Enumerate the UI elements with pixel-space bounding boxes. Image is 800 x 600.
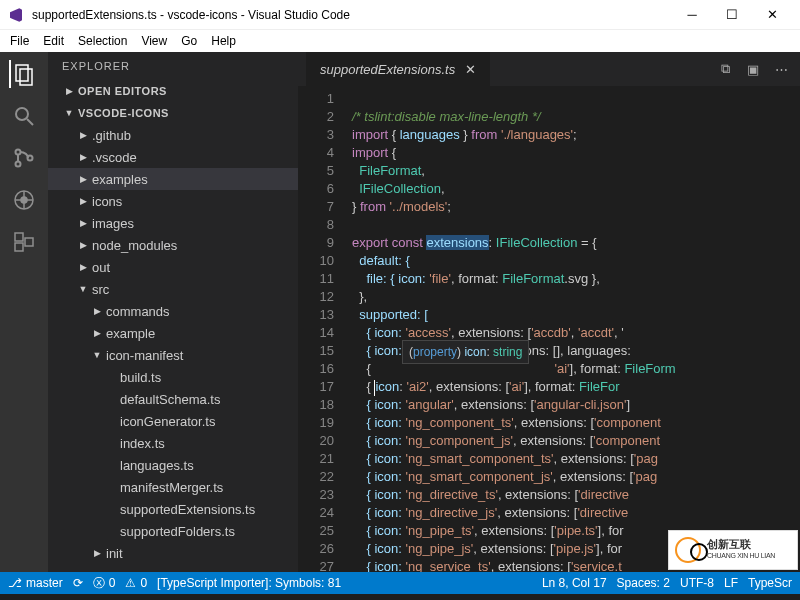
svg-point-10 <box>21 197 27 203</box>
ts-importer-status[interactable]: [TypeScript Importer]: Symbols: 81 <box>157 576 341 590</box>
hover-tooltip: (property) icon: string <box>402 340 529 364</box>
more-actions-icon[interactable]: ⋯ <box>770 58 792 80</box>
tree-item[interactable]: ▶OPEN EDITORS <box>48 80 298 102</box>
caret-icon: ▶ <box>78 174 88 184</box>
tree-item[interactable]: supportedExtensions.ts <box>48 498 298 520</box>
svg-point-4 <box>16 150 21 155</box>
tree-label: build.ts <box>120 370 161 385</box>
close-button[interactable]: ✕ <box>752 0 792 30</box>
tab-close-icon[interactable]: ✕ <box>465 62 476 77</box>
eol-status[interactable]: LF <box>724 576 738 590</box>
caret-icon: ▼ <box>64 108 74 118</box>
tree-label: src <box>92 282 109 297</box>
extensions-icon[interactable] <box>10 228 38 256</box>
caret-icon: ▶ <box>92 328 102 338</box>
tree-item[interactable]: ▶examples <box>48 168 298 190</box>
sync-icon[interactable]: ⟳ <box>73 576 83 590</box>
menu-help[interactable]: Help <box>211 34 236 48</box>
tree-label: defaultSchema.ts <box>120 392 220 407</box>
tree-item[interactable]: ▶images <box>48 212 298 234</box>
tree-item[interactable]: ▶commands <box>48 300 298 322</box>
caret-icon: ▼ <box>92 350 102 360</box>
split-editor-icon[interactable]: ⧉ <box>714 58 736 80</box>
tree-item[interactable]: languages.ts <box>48 454 298 476</box>
code-editor[interactable]: 1234567891011121314151617181920212223242… <box>298 86 800 572</box>
svg-line-3 <box>27 119 33 125</box>
menu-view[interactable]: View <box>141 34 167 48</box>
tree-item[interactable]: manifestMerger.ts <box>48 476 298 498</box>
minimize-button[interactable]: ─ <box>672 0 712 30</box>
watermark-logo: 创新互联 CHUANG XIN HU LIAN <box>668 530 798 570</box>
indent-status[interactable]: Spaces: 2 <box>617 576 670 590</box>
menu-edit[interactable]: Edit <box>43 34 64 48</box>
tree-item[interactable]: ▶node_modules <box>48 234 298 256</box>
svg-rect-1 <box>20 69 32 85</box>
tree-item[interactable]: ▼icon-manifest <box>48 344 298 366</box>
svg-rect-12 <box>15 243 23 251</box>
tree-label: iconGenerator.ts <box>120 414 215 429</box>
tree-item[interactable]: ▼VSCODE-ICONS <box>48 102 298 124</box>
vscode-logo-icon <box>8 7 24 23</box>
tree-label: icons <box>92 194 122 209</box>
tree-item[interactable]: ▶icons <box>48 190 298 212</box>
warnings-count[interactable]: ⚠ 0 <box>125 576 147 590</box>
menu-file[interactable]: File <box>10 34 29 48</box>
menu-go[interactable]: Go <box>181 34 197 48</box>
search-icon[interactable] <box>10 102 38 130</box>
language-mode[interactable]: TypeScr <box>748 576 792 590</box>
tree-item[interactable]: ▶.vscode <box>48 146 298 168</box>
explorer-icon[interactable] <box>9 60 37 88</box>
tree-item[interactable]: ▶init <box>48 542 298 564</box>
cursor-position[interactable]: Ln 8, Col 17 <box>542 576 607 590</box>
tree-label: example <box>106 326 155 341</box>
tree-item[interactable]: index.ts <box>48 432 298 454</box>
watermark-line1: 创新互联 <box>707 538 775 550</box>
caret-icon: ▶ <box>78 196 88 206</box>
tree-item[interactable]: defaultSchema.ts <box>48 388 298 410</box>
tree-label: images <box>92 216 134 231</box>
caret-icon: ▶ <box>78 218 88 228</box>
tree-label: icon-manifest <box>106 348 183 363</box>
svg-rect-0 <box>16 65 28 81</box>
main-area: EXPLORER ▶OPEN EDITORS▼VSCODE-ICONS▶.git… <box>0 52 800 572</box>
tree-label: init <box>106 546 123 561</box>
caret-icon: ▶ <box>78 240 88 250</box>
tree-item[interactable]: ▶example <box>48 322 298 344</box>
debug-icon[interactable] <box>10 186 38 214</box>
watermark-icon <box>675 537 701 563</box>
editor-tabs: supportedExtensions.ts ✕ ⧉ ▣ ⋯ <box>298 52 800 86</box>
tree-item[interactable]: build.ts <box>48 366 298 388</box>
maximize-button[interactable]: ☐ <box>712 0 752 30</box>
sidebar-explorer: EXPLORER ▶OPEN EDITORS▼VSCODE-ICONS▶.git… <box>48 52 298 572</box>
svg-rect-11 <box>15 233 23 241</box>
tree-item[interactable]: ▶out <box>48 256 298 278</box>
tree-label: out <box>92 260 110 275</box>
git-branch[interactable]: ⎇ master <box>8 576 63 590</box>
tree-label: VSCODE-ICONS <box>78 107 169 119</box>
code-content[interactable]: /* tslint:disable max-line-length */ imp… <box>346 86 800 572</box>
caret-icon: ▶ <box>78 262 88 272</box>
tree-label: index.ts <box>120 436 165 451</box>
tree-item[interactable]: supportedFolders.ts <box>48 520 298 542</box>
tree-item[interactable]: ▼src <box>48 278 298 300</box>
svg-rect-13 <box>25 238 33 246</box>
errors-count[interactable]: ⓧ 0 <box>93 575 116 592</box>
tree-item[interactable]: ▶.github <box>48 124 298 146</box>
tree-label: .github <box>92 128 131 143</box>
status-bar: ⎇ master ⟳ ⓧ 0 ⚠ 0 [TypeScript Importer]… <box>0 572 800 594</box>
svg-point-2 <box>16 108 28 120</box>
tree-label: examples <box>92 172 148 187</box>
watermark-line2: CHUANG XIN HU LIAN <box>707 550 775 562</box>
explorer-header: EXPLORER <box>48 52 298 80</box>
tab-supportedextensions[interactable]: supportedExtensions.ts ✕ <box>306 52 490 86</box>
encoding-status[interactable]: UTF-8 <box>680 576 714 590</box>
source-control-icon[interactable] <box>10 144 38 172</box>
tree-item[interactable]: iconGenerator.ts <box>48 410 298 432</box>
line-numbers: 1234567891011121314151617181920212223242… <box>298 86 346 572</box>
tree-label: languages.ts <box>120 458 194 473</box>
tab-label: supportedExtensions.ts <box>320 62 455 77</box>
menu-selection[interactable]: Selection <box>78 34 127 48</box>
file-tree[interactable]: ▶OPEN EDITORS▼VSCODE-ICONS▶.github▶.vsco… <box>48 80 298 564</box>
toggle-panel-icon[interactable]: ▣ <box>742 58 764 80</box>
caret-icon: ▶ <box>78 152 88 162</box>
